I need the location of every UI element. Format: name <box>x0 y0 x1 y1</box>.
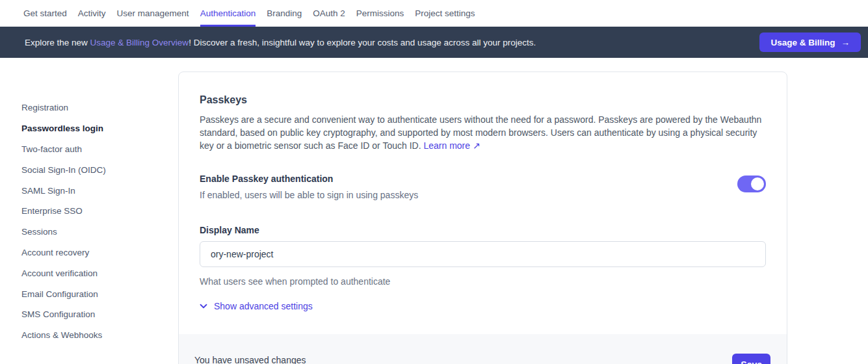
sidebar-item-sessions[interactable]: Sessions <box>21 222 164 242</box>
sidebar-item-passwordless-login[interactable]: Passwordless login <box>21 118 164 139</box>
learn-more-label: Learn more <box>423 140 470 151</box>
tab-branding[interactable]: Branding <box>267 0 302 27</box>
show-advanced-settings-label: Show advanced settings <box>214 301 313 311</box>
enable-passkey-row: Enable Passkey authentication If enabled… <box>200 174 766 200</box>
tab-permissions[interactable]: Permissions <box>356 0 404 27</box>
save-bar: You have unsaved changes Save <box>179 334 787 364</box>
top-navigation: Get started Activity User management Aut… <box>0 0 868 27</box>
sidebar-item-social-sign-in-oidc[interactable]: Social Sign-In (OIDC) <box>21 159 164 180</box>
display-name-label: Display Name <box>200 225 766 235</box>
banner-message: Explore the new Usage & Billing Overview… <box>25 38 759 47</box>
enable-passkey-toggle[interactable] <box>737 176 766 192</box>
tab-activity[interactable]: Activity <box>78 0 106 27</box>
authentication-page: Registration Passwordless login Two-fact… <box>0 58 868 364</box>
learn-more-link[interactable]: Learn more ↗ <box>423 140 480 151</box>
chevron-down-icon <box>200 304 207 309</box>
usage-billing-overview-link[interactable]: Usage & Billing Overview <box>90 38 189 47</box>
display-name-input[interactable] <box>200 241 766 267</box>
passkeys-description: Passkeys are a secure and convenient way… <box>200 113 766 152</box>
toggle-knob <box>751 177 764 190</box>
usage-billing-button-label: Usage & Billing <box>770 38 835 47</box>
passkeys-card: Passkeys Passkeys are a secure and conve… <box>178 72 787 364</box>
tab-authentication[interactable]: Authentication <box>200 0 256 27</box>
show-advanced-settings[interactable]: Show advanced settings <box>200 301 313 311</box>
tab-user-management[interactable]: User management <box>117 0 189 27</box>
usage-billing-button[interactable]: Usage & Billing → <box>759 32 861 52</box>
sidebar-item-account-recovery[interactable]: Account recovery <box>21 242 164 263</box>
tab-project-settings[interactable]: Project settings <box>415 0 475 27</box>
enable-passkey-description: If enabled, users will be able to sign i… <box>200 190 418 200</box>
sidebar-item-registration[interactable]: Registration <box>21 98 164 118</box>
passkeys-card-body: Passkeys Passkeys are a secure and conve… <box>179 94 787 311</box>
settings-sidebar: Registration Passwordless login Two-fact… <box>21 98 164 346</box>
banner-text-suffix: ! Discover a fresh, insightful way to ex… <box>189 38 536 47</box>
banner-text-prefix: Explore the new <box>25 38 90 47</box>
tab-oauth2[interactable]: OAuth 2 <box>313 0 345 27</box>
unsaved-changes-status: You have unsaved changes <box>194 355 306 364</box>
usage-billing-banner: Explore the new Usage & Billing Overview… <box>0 27 868 58</box>
sidebar-item-saml-sign-in[interactable]: SAML Sign-In <box>21 180 164 201</box>
save-button[interactable]: Save <box>732 354 770 364</box>
display-name-helper: What users see when prompted to authenti… <box>200 276 766 287</box>
external-link-arrow-icon: ↗ <box>473 140 480 151</box>
sidebar-item-account-verification[interactable]: Account verification <box>21 263 164 283</box>
arrow-right-icon: → <box>841 38 850 47</box>
sidebar-item-two-factor-auth[interactable]: Two-factor auth <box>21 139 164 160</box>
tab-get-started[interactable]: Get started <box>23 0 67 27</box>
sidebar-item-sms-configuration[interactable]: SMS Configuration <box>21 304 164 325</box>
passkeys-title: Passkeys <box>200 94 766 106</box>
sidebar-item-enterprise-sso[interactable]: Enterprise SSO <box>21 201 164 222</box>
enable-passkey-texts: Enable Passkey authentication If enabled… <box>200 174 418 200</box>
sidebar-item-actions-webhooks[interactable]: Actions & Webhooks <box>21 325 164 346</box>
enable-passkey-label: Enable Passkey authentication <box>200 174 418 184</box>
sidebar-item-email-configuration[interactable]: Email Configuration <box>21 283 164 304</box>
passkeys-description-text: Passkeys are a secure and convenient way… <box>200 114 761 151</box>
